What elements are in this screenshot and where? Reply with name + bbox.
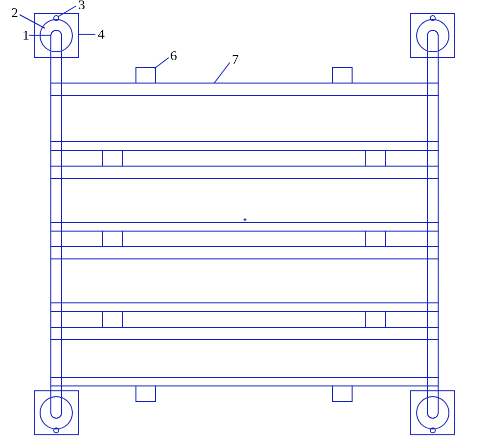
callout-3: 3 [78, 0, 85, 13]
svg-point-10 [417, 397, 449, 429]
leader-6 [155, 58, 169, 68]
leader-2 [20, 15, 45, 28]
spacer-block-top-left [136, 67, 156, 83]
callout-7: 7 [232, 52, 239, 67]
svg-rect-34 [366, 231, 385, 247]
corner-pad-bottom-left [34, 391, 78, 435]
svg-rect-32 [366, 150, 385, 166]
svg-rect-38 [333, 386, 352, 402]
callout-6: 6 [170, 48, 177, 64]
spacer-block-top-right [333, 67, 352, 83]
svg-rect-31 [103, 150, 122, 166]
svg-point-4 [417, 20, 449, 52]
callout-2: 2 [11, 5, 18, 21]
svg-rect-35 [103, 312, 122, 327]
corner-pad-bottom-right [411, 391, 455, 435]
svg-rect-36 [366, 312, 385, 327]
svg-point-7 [40, 397, 72, 429]
leader-3 [58, 6, 76, 17]
svg-rect-37 [136, 386, 156, 402]
callout-1: 1 [22, 27, 29, 43]
leader-7 [214, 63, 230, 83]
engineering-drawing [0, 0, 489, 448]
svg-rect-33 [103, 231, 122, 247]
corner-pad-top-right [411, 14, 455, 58]
callout-4: 4 [98, 26, 105, 42]
